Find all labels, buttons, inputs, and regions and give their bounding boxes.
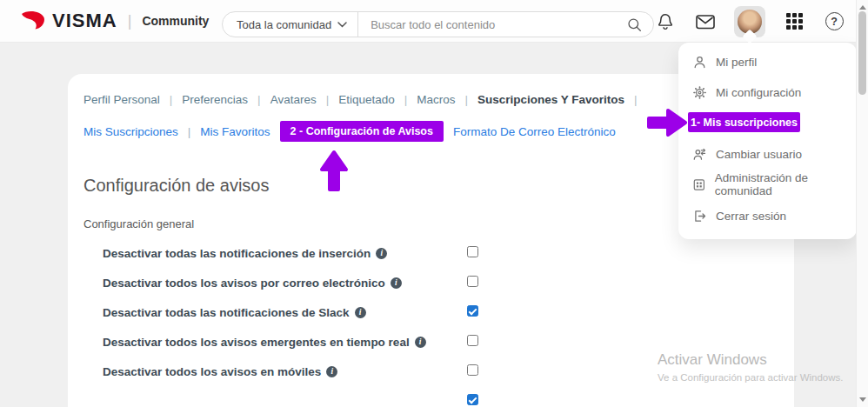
setting-checkbox[interactable]	[467, 335, 478, 346]
setting-label: Desactivar todos los avisos por correo e…	[103, 277, 385, 290]
windows-activation-watermark-subtitle: Ve a Configuración para activar Windows.	[658, 372, 844, 383]
scrollbar-up-arrow[interactable]	[859, 5, 866, 10]
bell-icon	[656, 12, 675, 31]
avatar-button[interactable]	[734, 6, 765, 37]
profile-settings-tabs: Perfil Personal | Preferencias | Avatare…	[83, 93, 638, 106]
tab-separator: |	[404, 93, 408, 106]
subscription-subtabs: Mis Suscripciones | Mis Favoritos 2 - Co…	[83, 121, 616, 142]
search-bar: Toda la comunidad	[222, 11, 654, 37]
menu-item-mi-configuracion[interactable]: Mi configuración	[678, 81, 857, 103]
menu-item-label: Mi configuración	[716, 86, 801, 99]
info-icon[interactable]: i	[391, 277, 402, 289]
brand-name: VISMA	[52, 10, 117, 32]
setting-checkbox[interactable]	[467, 364, 478, 376]
tab-separator: |	[170, 93, 173, 106]
menu-item-label: Administración de comunidad	[715, 171, 857, 197]
menu-item-label: Mi perfil	[716, 56, 757, 69]
chevron-down-icon	[337, 22, 347, 28]
setting-checkbox[interactable]	[467, 305, 478, 317]
subtab-mis-suscripciones[interactable]: Mis Suscripciones	[83, 125, 178, 138]
menu-item-cambiar-usuario[interactable]: Cambiar usuario	[678, 143, 857, 165]
help-button[interactable]: ?	[823, 10, 845, 33]
info-icon[interactable]: i	[326, 366, 337, 377]
tab-separator: |	[257, 93, 261, 106]
setting-checkbox[interactable]	[467, 246, 478, 257]
windows-activation-watermark-title: Activar Windows	[658, 351, 767, 369]
setting-row: Desactivar todas las notificaciones de i…	[103, 246, 387, 260]
visma-swoosh-icon	[21, 10, 45, 31]
menu-item-mi-perfil[interactable]: Mi perfil	[678, 50, 857, 73]
search-scope-label: Toda la comunidad	[237, 18, 331, 31]
user-switch-icon	[692, 147, 707, 162]
notifications-button[interactable]	[654, 10, 677, 33]
tab-separator: |	[465, 93, 469, 106]
brand-divider: |	[124, 12, 136, 30]
setting-row: Desactivar todos los avisos emergentes e…	[103, 335, 426, 349]
user-dropdown-menu: Mi perfil Mi configuración 1- Mis suscri…	[678, 43, 857, 239]
menu-item-cerrar-sesion[interactable]: Cerrar sesión	[678, 204, 857, 227]
setting-checkbox[interactable]	[467, 394, 478, 405]
subtab-separator: |	[188, 125, 191, 138]
info-icon[interactable]: i	[355, 307, 366, 318]
annotation-arrow-right	[645, 105, 689, 140]
brand-logo[interactable]: VISMA | Community	[21, 10, 209, 32]
user-icon	[692, 55, 707, 70]
page-title: Configuración de avisos	[83, 176, 269, 196]
setting-label: Desactivar todos los avisos emergentes e…	[103, 336, 410, 349]
tab-avatares[interactable]: Avatares	[270, 93, 317, 106]
setting-label: Desactivar todas las notificaciones de i…	[103, 247, 371, 260]
setting-row: Desactivar todos los avisos en móviles i	[103, 364, 337, 378]
search-scope-dropdown[interactable]: Toda la comunidad	[223, 12, 357, 37]
messages-button[interactable]	[694, 10, 717, 33]
logout-icon	[692, 209, 707, 224]
setting-row: Desactivar todas las notificaciones de S…	[103, 305, 366, 319]
envelope-icon	[695, 12, 716, 31]
apps-grid-icon	[786, 13, 803, 30]
tab-separator: |	[634, 93, 638, 106]
subtab-configuracion-de-avisos-active[interactable]: 2 - Configuración de Avisos	[280, 121, 444, 142]
info-icon[interactable]: i	[415, 337, 426, 348]
tab-etiquetado[interactable]: Etiquetado	[338, 93, 395, 106]
annotation-arrow-up	[317, 148, 351, 195]
gear-icon	[692, 85, 707, 100]
tab-perfil-personal[interactable]: Perfil Personal	[83, 93, 160, 106]
scrollbar-thumb[interactable]	[858, 11, 866, 95]
menu-item-mis-suscripciones-highlighted[interactable]: 1- Mis suscripciones	[688, 112, 800, 132]
community-admin-icon	[692, 177, 706, 192]
tab-suscripciones-y-favoritos[interactable]: Suscripciones Y Favoritos	[477, 93, 624, 106]
section-label: Configuración general	[83, 217, 194, 230]
info-icon[interactable]: i	[376, 248, 387, 259]
tab-macros[interactable]: Macros	[417, 93, 455, 106]
tab-preferencias[interactable]: Preferencias	[182, 93, 248, 106]
top-bar: VISMA | Community Toda la comunidad	[0, 0, 868, 43]
menu-item-label: Cerrar sesión	[716, 210, 786, 223]
subtab-mis-favoritos[interactable]: Mis Favoritos	[200, 125, 270, 138]
menu-item-label: Cambiar usuario	[716, 148, 802, 161]
help-icon: ?	[825, 12, 844, 30]
setting-label: Desactivar todas las notificaciones de S…	[103, 306, 350, 319]
setting-checkbox[interactable]	[467, 276, 478, 287]
tab-separator: |	[326, 93, 330, 106]
menu-item-administracion-comunidad[interactable]: Administración de comunidad	[678, 173, 857, 196]
topbar-icon-cluster: ?	[654, 0, 845, 43]
search-input[interactable]	[358, 18, 627, 31]
subtab-formato-correo[interactable]: Formato De Correo Electrónico	[453, 125, 616, 138]
setting-label: Desactivar todos los avisos en móviles	[103, 365, 321, 378]
apps-button[interactable]	[783, 10, 805, 33]
product-name: Community	[142, 14, 209, 28]
search-icon[interactable]	[627, 17, 642, 32]
vertical-scrollbar[interactable]	[856, 0, 868, 407]
setting-row: Desactivar todos los avisos por correo e…	[103, 276, 402, 290]
scrollbar-down-arrow[interactable]	[859, 397, 866, 402]
